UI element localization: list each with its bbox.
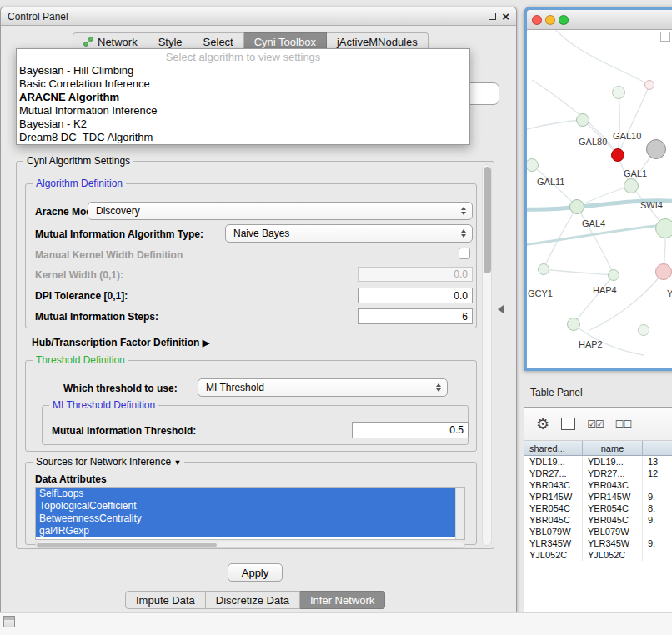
mi-steps-input[interactable] bbox=[358, 308, 473, 324]
network-node[interactable] bbox=[611, 148, 624, 162]
network-edge bbox=[618, 92, 620, 155]
tab-select-label: Select bbox=[203, 36, 233, 48]
data-attribute-item[interactable]: BetweennessCentrality bbox=[36, 512, 455, 525]
chevron-right-icon: ▶ bbox=[203, 338, 209, 348]
network-canvas[interactable]: GAL80GAL10GAL11GAL1SWI4GAL4GCY1HAP4YHAP2 bbox=[527, 30, 672, 368]
algorithm-option[interactable]: ARACNE Algorithm bbox=[17, 91, 469, 104]
close-traffic-light-icon[interactable] bbox=[532, 15, 542, 25]
combo-arrows-icon bbox=[461, 229, 466, 238]
which-threshold-select[interactable]: MI Threshold bbox=[198, 378, 448, 397]
bottom-tab-bar: Impute Data Discretize Data Infer Networ… bbox=[125, 591, 385, 609]
network-node[interactable] bbox=[567, 318, 580, 331]
data-attribute-item[interactable]: SelfLoops bbox=[36, 488, 455, 500]
network-node-label: GAL1 bbox=[624, 168, 647, 178]
network-node[interactable] bbox=[655, 263, 672, 280]
panel-corner-icon[interactable] bbox=[3, 616, 15, 628]
table-header: shared... name bbox=[524, 441, 672, 456]
mi-type-label: Mutual Information Algorithm Type: bbox=[35, 228, 203, 240]
table-cell: YBL079W bbox=[583, 526, 643, 538]
table-cell: YPR145W bbox=[583, 491, 643, 502]
sources-section-header[interactable]: Sources for Network Inference ▼ bbox=[33, 456, 184, 468]
tab-impute-data[interactable]: Impute Data bbox=[125, 591, 206, 609]
panel-collapse-arrow[interactable] bbox=[498, 305, 504, 313]
network-node[interactable] bbox=[644, 80, 654, 90]
table-cell bbox=[643, 549, 672, 561]
table-row[interactable]: YBL079WYBL079W bbox=[524, 526, 672, 538]
network-node[interactable] bbox=[638, 324, 649, 336]
network-window-titlebar[interactable] bbox=[527, 10, 672, 30]
table-cell: YDR27... bbox=[583, 468, 643, 479]
mi-type-value: Naive Bayes bbox=[233, 228, 289, 239]
mi-type-select[interactable]: Naive Bayes bbox=[225, 224, 473, 242]
control-panel-title: Control Panel bbox=[8, 11, 68, 22]
network-edge bbox=[552, 30, 649, 85]
deselect-columns-icon[interactable]: ☐☐ bbox=[615, 418, 632, 430]
network-node[interactable] bbox=[612, 86, 625, 99]
network-node[interactable] bbox=[576, 113, 589, 127]
table-cell: 8. bbox=[643, 502, 672, 514]
settings-scrollbar-thumb[interactable] bbox=[484, 167, 491, 273]
table-row[interactable]: YDL19...YDL19...13 bbox=[524, 456, 672, 468]
network-node[interactable] bbox=[646, 139, 666, 159]
algorithm-option[interactable]: Mutual Information Inference bbox=[17, 104, 469, 118]
tab-discretize-data[interactable]: Discretize Data bbox=[206, 591, 300, 609]
column-header-name[interactable]: name bbox=[583, 441, 643, 455]
data-attributes-list[interactable]: SelfLoopsTopologicalCoefficientBetweenne… bbox=[35, 487, 465, 540]
algorithm-option[interactable]: Basic Correlation Inference bbox=[17, 78, 469, 91]
data-attribute-item[interactable]: TopologicalCoefficient bbox=[36, 500, 455, 512]
cyni-algorithm-settings-title: Cyni Algorithm Settings bbox=[23, 155, 133, 167]
network-node[interactable] bbox=[608, 269, 619, 281]
manual-kernel-checkbox[interactable] bbox=[459, 248, 470, 259]
apply-button[interactable]: Apply bbox=[228, 563, 283, 582]
table-row[interactable]: YBR045CYBR045C9. bbox=[524, 514, 672, 526]
mi-threshold-input[interactable] bbox=[352, 422, 469, 438]
control-panel-titlebar[interactable]: Control Panel × bbox=[1, 8, 516, 26]
table-cell: 13 bbox=[643, 456, 672, 468]
table-row[interactable]: YPR145WYPR145W9. bbox=[524, 491, 672, 502]
table-row[interactable]: YBR043CYBR043C bbox=[524, 479, 672, 491]
gear-icon[interactable]: ⚙ bbox=[536, 417, 549, 432]
mi-steps-label: Mutual Information Steps: bbox=[35, 311, 158, 322]
chevron-down-icon: ▼ bbox=[173, 458, 181, 467]
which-threshold-label: Which threshold to use: bbox=[63, 382, 178, 394]
apply-button-label: Apply bbox=[242, 567, 269, 579]
minimize-traffic-light-icon[interactable] bbox=[545, 15, 555, 25]
birdseye-toggle[interactable] bbox=[660, 32, 670, 42]
list-hscrollbar[interactable] bbox=[35, 542, 465, 548]
network-node[interactable] bbox=[569, 199, 584, 214]
combo-arrows-icon bbox=[461, 207, 466, 215]
list-hscrollbar-thumb[interactable] bbox=[37, 543, 217, 547]
algorithm-option[interactable]: Bayesian - Hill Climbing bbox=[17, 64, 469, 78]
list-scrollbar[interactable] bbox=[455, 488, 464, 539]
select-columns-icon[interactable]: ☑☑ bbox=[587, 418, 604, 430]
hub-section-header[interactable]: Hub/Transcription Factor Definition ▶ bbox=[32, 337, 209, 348]
data-attribute-item[interactable]: gal4RGexp bbox=[36, 525, 455, 538]
columns-icon[interactable] bbox=[561, 418, 575, 430]
table-toolbar: ⚙ ☑☑ ☐☐ bbox=[524, 408, 672, 441]
table-row[interactable]: YLR345WYLR345W9. bbox=[524, 538, 672, 549]
float-window-icon[interactable] bbox=[489, 12, 496, 20]
settings-scrollbar[interactable] bbox=[482, 164, 492, 546]
close-icon[interactable]: × bbox=[502, 10, 509, 22]
algorithm-option[interactable]: Bayesian - K2 bbox=[17, 118, 469, 131]
which-threshold-value: MI Threshold bbox=[206, 382, 264, 393]
kernel-width-input[interactable] bbox=[358, 267, 473, 282]
table-cell: YJL052C bbox=[524, 549, 583, 561]
column-header-shared[interactable]: shared... bbox=[524, 441, 583, 455]
network-node[interactable] bbox=[624, 178, 639, 193]
table-row[interactable]: YDR27...YDR27...12 bbox=[524, 468, 672, 479]
network-edge bbox=[527, 120, 583, 130]
dpi-tolerance-input[interactable] bbox=[358, 288, 473, 303]
algorithm-option[interactable]: Dream8 DC_TDC Algorithm bbox=[17, 131, 469, 144]
tab-infer-network[interactable]: Infer Network bbox=[300, 591, 385, 609]
table-cell: YDR27... bbox=[524, 468, 583, 479]
table-row[interactable]: YER054CYER054C8. bbox=[524, 502, 672, 514]
network-node[interactable] bbox=[538, 263, 549, 275]
table-row[interactable]: YJL052CYJL052C bbox=[524, 549, 672, 561]
network-node[interactable] bbox=[655, 218, 672, 238]
zoom-traffic-light-icon[interactable] bbox=[559, 15, 569, 25]
table-cell: YLR345W bbox=[524, 538, 583, 549]
aracne-mode-select[interactable]: Discovery bbox=[88, 202, 473, 220]
column-header-extra[interactable] bbox=[643, 441, 672, 455]
kernel-width-label: Kernel Width (0,1): bbox=[35, 269, 123, 281]
